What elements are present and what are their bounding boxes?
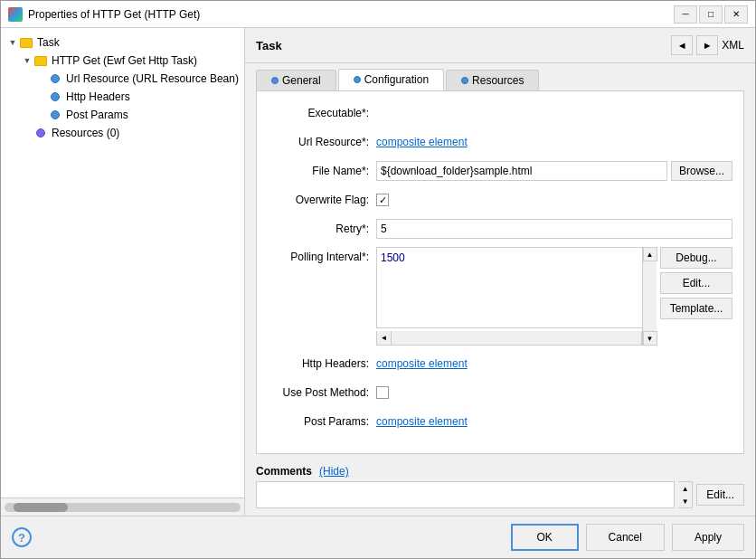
form-row-httpheaders: Http Headers: composite element	[268, 353, 732, 374]
http-headers-label: Http Headers:	[268, 357, 376, 370]
apply-button[interactable]: Apply	[672, 524, 744, 551]
app-icon	[8, 7, 23, 22]
file-name-value: Browse...	[376, 161, 732, 181]
edit-polling-button[interactable]: Edit...	[660, 272, 732, 294]
scroll-down-arrow[interactable]: ▼	[643, 331, 657, 346]
expand-task[interactable]: ▼	[6, 36, 19, 49]
left-panel: ▼ Task ▼ HTTP Get (Ewf Get Http Task)	[1, 28, 245, 516]
template-button[interactable]: Template...	[660, 298, 732, 319]
h-scroll-track-inner	[392, 331, 641, 345]
comments-label: Comments	[256, 465, 312, 478]
folder-icon-task	[19, 35, 33, 50]
tab-resources[interactable]: Resources	[446, 70, 539, 90]
tab-label-resources: Resources	[472, 74, 524, 87]
url-resource-value: composite element	[376, 136, 732, 148]
comments-text-area[interactable]	[256, 481, 675, 508]
tree-item-task[interactable]: ▼ Task	[6, 33, 239, 52]
http-headers-link[interactable]: composite element	[376, 357, 468, 370]
tab-dot-resources	[461, 77, 468, 84]
form-row-executable: Executable*:	[268, 102, 732, 124]
polling-section: Polling Interval*: 1500 ▲ ▼ ◄	[268, 247, 732, 346]
panel-title: Task	[256, 39, 282, 52]
ok-button[interactable]: OK	[511, 524, 579, 551]
maximize-button[interactable]: □	[699, 5, 723, 24]
right-panel: Task ◄ ► XML General Configuration	[245, 28, 755, 516]
scroll-up-arrow[interactable]: ▲	[643, 247, 657, 261]
file-name-input[interactable]	[376, 161, 667, 181]
h-scroll-thumb[interactable]	[14, 503, 68, 512]
http-headers-value: composite element	[376, 357, 732, 370]
file-name-input-group: Browse...	[376, 161, 732, 181]
form-row-urlresource: Url Resource*: composite element	[268, 131, 732, 153]
url-resource-link[interactable]: composite element	[376, 136, 468, 148]
nav-forward-button[interactable]: ►	[696, 35, 718, 55]
circle-icon-resources	[33, 126, 48, 140]
url-resource-label: Url Resource*:	[268, 136, 376, 148]
browse-button[interactable]: Browse...	[671, 161, 732, 181]
xml-label: XML	[722, 39, 744, 52]
file-name-label: File Name*:	[268, 165, 376, 177]
form-row-retry: Retry*:	[268, 218, 732, 240]
tree-label-resources: Resources (0)	[52, 127, 119, 139]
window-controls: ─ □ ✕	[674, 5, 748, 24]
tree-label-httpget: HTTP Get (Ewf Get Http Task)	[52, 54, 197, 67]
comments-scroll-down[interactable]: ▼	[678, 495, 692, 507]
tree-item-resources[interactable]: Resources (0)	[6, 124, 239, 142]
cancel-button[interactable]: Cancel	[586, 524, 665, 551]
h-scroll-left[interactable]: ◄	[377, 331, 392, 346]
minimize-button[interactable]: ─	[674, 5, 697, 24]
post-params-link[interactable]: composite element	[376, 415, 468, 428]
form-area: Executable*: Url Resource*: composite el…	[256, 90, 744, 454]
polling-textarea[interactable]: 1500	[376, 247, 657, 328]
expand-httpget[interactable]: ▼	[21, 54, 33, 67]
executable-label: Executable*:	[268, 107, 376, 119]
tree-label-urlresource: Url Resource (URL Resource Bean)	[66, 72, 239, 85]
comments-header: Comments (Hide)	[256, 461, 744, 481]
close-button[interactable]: ✕	[724, 5, 748, 24]
tab-bar: General Configuration Resources	[245, 63, 755, 90]
use-post-method-checkbox[interactable]	[376, 386, 389, 399]
expand-httpheaders	[35, 90, 48, 103]
nav-back-button[interactable]: ◄	[671, 35, 693, 55]
circle-icon-urlresource	[48, 71, 62, 86]
post-params-value: composite element	[376, 415, 732, 428]
tab-dot-configuration	[354, 76, 361, 83]
tab-label-general: General	[282, 74, 321, 87]
tree-scrollbar	[1, 497, 244, 516]
tab-dot-general	[271, 77, 279, 84]
overwrite-checkbox[interactable]	[376, 194, 389, 206]
tree-label-postparams: Post Params	[66, 109, 128, 121]
comments-input-area: ▲ ▼ Edit...	[256, 481, 744, 508]
polling-label: Polling Interval*:	[268, 247, 376, 263]
form-row-postmethod: Use Post Method:	[268, 382, 732, 403]
overwrite-value	[376, 194, 732, 206]
retry-value	[376, 219, 732, 239]
bottom-buttons: OK Cancel Apply	[511, 524, 744, 551]
comments-edit-button[interactable]: Edit...	[696, 484, 744, 506]
h-scroll-track[interactable]	[5, 503, 241, 512]
form-row-overwrite: Overwrite Flag:	[268, 189, 732, 211]
tree-item-urlresource[interactable]: Url Resource (URL Resource Bean)	[6, 70, 239, 88]
retry-input[interactable]	[376, 219, 732, 239]
textarea-h-scroll: ◄ ►	[376, 331, 657, 346]
tree-item-httpget[interactable]: ▼ HTTP Get (Ewf Get Http Task)	[6, 52, 239, 70]
circle-icon-httpheaders	[48, 90, 62, 104]
debug-button[interactable]: Debug...	[660, 247, 732, 269]
use-post-method-label: Use Post Method:	[268, 386, 376, 399]
polling-textarea-container: 1500 ▲ ▼ ◄ ►	[376, 247, 657, 346]
main-window: Properties of HTTP Get (HTTP Get) ─ □ ✕ …	[0, 0, 756, 559]
tree-item-postparams[interactable]: Post Params	[6, 106, 239, 124]
tree-area: ▼ Task ▼ HTTP Get (Ewf Get Http Task)	[1, 28, 244, 497]
folder-icon-httpget	[33, 53, 48, 68]
help-button[interactable]: ?	[12, 527, 32, 547]
polling-buttons: Debug... Edit... Template...	[660, 247, 732, 346]
tab-general[interactable]: General	[256, 70, 336, 90]
expand-postparams	[35, 109, 48, 121]
tree-label-httpheaders: Http Headers	[66, 90, 130, 103]
comments-scroll-up[interactable]: ▲	[678, 482, 692, 495]
hide-link[interactable]: (Hide)	[319, 465, 349, 478]
tree-item-httpheaders[interactable]: Http Headers	[6, 88, 239, 106]
tab-configuration[interactable]: Configuration	[338, 69, 444, 90]
polling-right: 1500 ▲ ▼ ◄ ►	[376, 247, 732, 346]
xml-nav: ◄ ► XML	[671, 35, 744, 55]
